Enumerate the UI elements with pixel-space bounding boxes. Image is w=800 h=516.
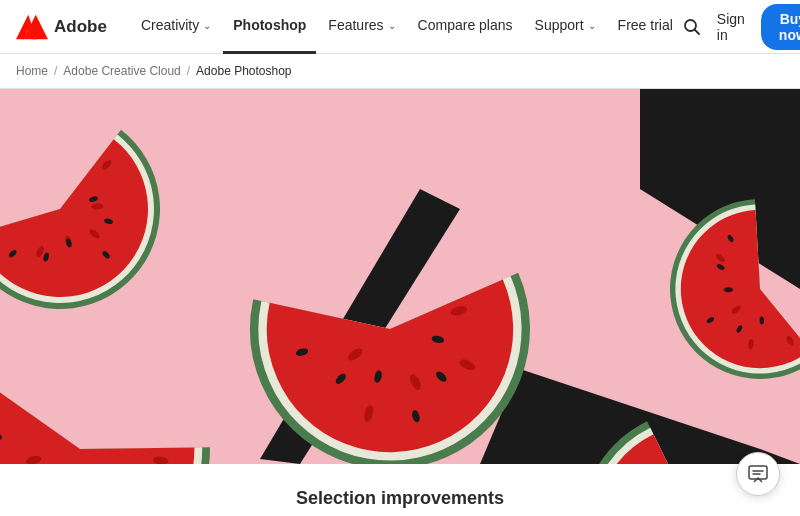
chevron-down-icon: ⌄ bbox=[203, 20, 211, 31]
nav-item-photoshop[interactable]: Photoshop bbox=[223, 0, 316, 54]
hero-canvas bbox=[0, 89, 800, 464]
chat-button[interactable] bbox=[736, 452, 780, 496]
svg-line-3 bbox=[694, 29, 699, 34]
content-section: Selection improvements Selections are fa… bbox=[0, 464, 800, 516]
nav-item-free-trial[interactable]: Free trial bbox=[608, 0, 683, 54]
breadcrumb: Home / Adobe Creative Cloud / Adobe Phot… bbox=[0, 54, 800, 89]
adobe-logo-icon bbox=[16, 13, 48, 41]
nav-item-creativity[interactable]: Creativity ⌄ bbox=[131, 0, 221, 54]
chevron-down-icon: ⌄ bbox=[388, 20, 396, 31]
adobe-logo[interactable]: Adobe bbox=[16, 13, 107, 41]
breadcrumb-home[interactable]: Home bbox=[16, 64, 48, 78]
search-icon bbox=[683, 18, 701, 36]
breadcrumb-sep-1: / bbox=[54, 64, 57, 78]
adobe-wordmark: Adobe bbox=[54, 17, 107, 37]
breadcrumb-current: Adobe Photoshop bbox=[196, 64, 291, 78]
hero-image bbox=[0, 89, 800, 464]
header: Adobe Creativity ⌄ Photoshop Features ⌄ … bbox=[0, 0, 800, 54]
chat-icon bbox=[747, 463, 769, 485]
nav-right: Sign in Buy now bbox=[683, 4, 800, 50]
buy-now-button[interactable]: Buy now bbox=[761, 4, 800, 50]
sign-in-link[interactable]: Sign in bbox=[717, 11, 745, 43]
main-nav: Creativity ⌄ Photoshop Features ⌄ Compar… bbox=[131, 0, 683, 54]
content-title: Selection improvements bbox=[16, 488, 784, 509]
nav-item-support[interactable]: Support ⌄ bbox=[525, 0, 606, 54]
nav-item-features[interactable]: Features ⌄ bbox=[318, 0, 405, 54]
search-button[interactable] bbox=[683, 18, 701, 36]
breadcrumb-sep-2: / bbox=[187, 64, 190, 78]
breadcrumb-creative-cloud[interactable]: Adobe Creative Cloud bbox=[63, 64, 180, 78]
chevron-down-icon: ⌄ bbox=[588, 20, 596, 31]
nav-item-compare-plans[interactable]: Compare plans bbox=[408, 0, 523, 54]
